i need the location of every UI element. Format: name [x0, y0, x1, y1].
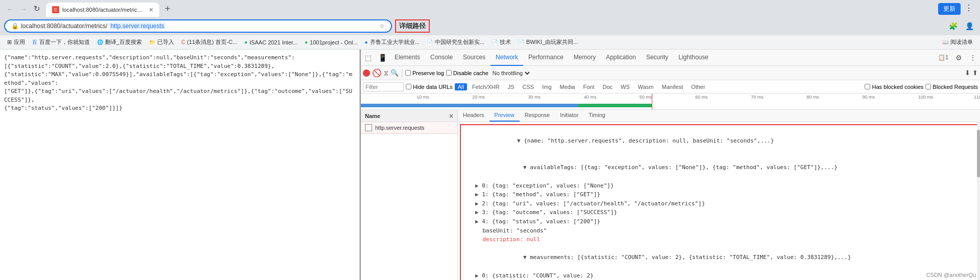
update-button[interactable]: 更新 — [938, 3, 961, 15]
bookmark-imported[interactable]: 📁已导入 — [146, 37, 177, 47]
tab-favicon: C — [52, 6, 59, 13]
tab-security[interactable]: Security — [641, 50, 673, 66]
back-button[interactable]: ← — [4, 3, 16, 15]
preview-tab-timing[interactable]: Timing — [583, 110, 610, 122]
export-icon[interactable]: ⬆ — [972, 69, 978, 77]
filter-font-button[interactable]: Font — [580, 83, 597, 90]
json-root-line[interactable]: ▼ {name: "http.server.requests", descrip… — [463, 127, 975, 154]
bookmark-qilu[interactable]: ●齐鲁工业大学就业... — [362, 37, 423, 47]
json-content: {"name":"http.server.requests","descript… — [4, 54, 355, 113]
network-list-area: Name × http.server.requests Headers Prev… — [361, 110, 980, 280]
new-tab-button[interactable]: + — [160, 2, 175, 16]
preview-sub-tabs: Headers Preview Response Initiator Timin… — [458, 110, 980, 122]
extensions-button[interactable]: 🧩 — [946, 19, 960, 33]
panel-count-badge: 📋1 — [935, 54, 951, 61]
preview-panel: Headers Preview Response Initiator Timin… — [458, 110, 980, 280]
reading-list-button[interactable]: 📖阅读清单 — [939, 37, 976, 47]
hide-data-urls-label[interactable]: Hide data URLs — [406, 84, 453, 90]
preserve-log-label[interactable]: Preserve log — [405, 70, 444, 76]
filter-all-button[interactable]: All — [455, 83, 467, 90]
tab-sources[interactable]: Sources — [458, 50, 491, 66]
filter-other-button[interactable]: Other — [688, 83, 708, 90]
bookmark-baidu[interactable]: 百百度一下，你就知道 — [29, 37, 93, 47]
bookmark-isaac[interactable]: ●ISAAC 2021 Inter... — [241, 38, 301, 46]
disable-cache-checkbox[interactable] — [446, 70, 452, 76]
clear-button[interactable]: 🚫 — [372, 68, 382, 78]
preview-scrollbar[interactable] — [977, 122, 980, 280]
bookmark-translate[interactable]: 🌐翻译_百度搜索 — [94, 37, 145, 47]
record-button[interactable] — [363, 69, 370, 77]
page-content: {"name":"http.server.requests","descript… — [0, 50, 360, 280]
has-blocked-label[interactable]: Has blocked cookies — [865, 84, 923, 90]
json-tag-3[interactable]: ▶ 3: {tag: "outcome", values: ["SUCCESS"… — [463, 208, 975, 217]
blocked-requests-label[interactable]: Blocked Requests — [925, 84, 978, 90]
star-icon[interactable]: ☆ — [379, 22, 385, 30]
preview-tab-preview[interactable]: Preview — [489, 110, 520, 122]
json-measurement-0[interactable]: ▶ 0: {statistic: "COUNT", value: 2} — [463, 271, 975, 281]
json-base-unit: baseUnit: "seconds" — [463, 226, 975, 236]
tab-performance[interactable]: Performance — [523, 50, 569, 66]
bookmark-apps[interactable]: ⊞应用 — [4, 37, 28, 47]
json-measurements-line[interactable]: ▼ measurements: [{statistic: "COUNT", va… — [463, 244, 975, 271]
bookmark-bwiki[interactable]: 📄BWIKI_由玩家共同... — [515, 37, 581, 47]
devtools-panel: ⬚ 📱 Elements Console Sources Network Per… — [360, 50, 980, 280]
tab-memory[interactable]: Memory — [569, 50, 601, 66]
request-icon — [365, 124, 372, 131]
tab-console[interactable]: Console — [425, 50, 458, 66]
address-bar-row: 🔒 localhost:8080/actuator/metrics/ http.… — [0, 17, 980, 35]
blocked-requests-checkbox[interactable] — [925, 84, 931, 89]
json-tag-1[interactable]: ▶ 1: {tag: "method", values: ["GET"]} — [463, 190, 975, 199]
reload-button[interactable]: ↻ — [31, 3, 43, 15]
bookmark-csdn[interactable]: C(11条消息) 首页-C... — [178, 37, 240, 47]
devtools-settings-icon[interactable]: ⚙ — [951, 50, 966, 66]
devtools-device-icon[interactable]: 📱 — [375, 50, 389, 66]
filter-input[interactable] — [363, 82, 404, 91]
filter-manifest-button[interactable]: Manifest — [659, 83, 687, 90]
json-available-tags-line[interactable]: ▼ availableTags: [{tag: "exception", val… — [463, 154, 975, 181]
filter-icon[interactable]: ⧖ — [384, 69, 388, 77]
json-tag-2[interactable]: ▶ 2: {tag: "uri", values: ["/actuator/he… — [463, 199, 975, 208]
bookmark-tech[interactable]: 📄技术 — [488, 37, 514, 47]
network-request-item[interactable]: http.server.requests — [361, 122, 457, 134]
hide-data-urls-checkbox[interactable] — [406, 84, 411, 89]
filter-fetchxhr-button[interactable]: Fetch/XHR — [469, 83, 503, 90]
devtools-more-icon[interactable]: ⋮ — [966, 50, 980, 66]
bookmark-research[interactable]: 📄中国研究生创新实... — [424, 37, 487, 47]
search-icon[interactable]: 🔍 — [390, 69, 399, 77]
preserve-log-checkbox[interactable] — [405, 70, 411, 76]
preview-tab-headers[interactable]: Headers — [458, 110, 489, 122]
preview-scrollbar-thumb[interactable] — [977, 130, 980, 177]
filter-css-button[interactable]: CSS — [520, 83, 537, 90]
tab-close-icon[interactable]: × — [149, 6, 153, 14]
filter-wasm-button[interactable]: Wasm — [635, 83, 657, 90]
json-description: description: null — [463, 235, 975, 244]
tab-lighthouse[interactable]: Lighthouse — [673, 50, 714, 66]
tab-elements[interactable]: Elements — [389, 50, 425, 66]
forward-button[interactable]: → — [17, 3, 30, 15]
active-tab[interactable]: C localhost:8080/actuator/metrics/... × — [46, 3, 159, 17]
tab-network[interactable]: Network — [491, 50, 523, 66]
name-column-close[interactable]: × — [449, 112, 453, 120]
json-tag-0[interactable]: ▶ 0: {tag: "exception", values: ["None"]… — [463, 181, 975, 191]
import-icon[interactable]: ⬇ — [965, 69, 970, 77]
preview-tab-initiator[interactable]: Initiator — [555, 110, 583, 122]
bookmark-1001[interactable]: ●1001project - Onl... — [302, 38, 361, 46]
tab-application[interactable]: Application — [601, 50, 641, 66]
devtools-cursor-icon[interactable]: ⬚ — [361, 50, 375, 66]
profile-button[interactable]: 👤 — [963, 19, 976, 33]
has-blocked-checkbox[interactable] — [865, 84, 870, 89]
filter-img-button[interactable]: Img — [539, 83, 554, 90]
timeline-mark-10: 10 ms — [416, 95, 429, 100]
disable-cache-label[interactable]: Disable cache — [446, 70, 488, 76]
filter-js-button[interactable]: JS — [505, 83, 518, 90]
settings-button[interactable]: ⋮ — [962, 1, 976, 15]
throttling-select[interactable]: No throttling Fast 3G Slow 3G — [491, 69, 531, 77]
filter-media-button[interactable]: Media — [557, 83, 578, 90]
preview-tab-response[interactable]: Response — [520, 110, 555, 122]
filter-doc-button[interactable]: Doc — [599, 83, 616, 90]
timeline-mark-80: 80 ms — [806, 95, 819, 100]
json-tag-4[interactable]: ▶ 4: {tag: "status", values: ["200"]} — [463, 217, 975, 226]
address-bar[interactable]: 🔒 localhost:8080/actuator/metrics/ http.… — [4, 19, 392, 33]
filter-ws-button[interactable]: WS — [618, 83, 633, 90]
preview-content: ▼ {name: "http.server.requests", descrip… — [458, 122, 980, 280]
